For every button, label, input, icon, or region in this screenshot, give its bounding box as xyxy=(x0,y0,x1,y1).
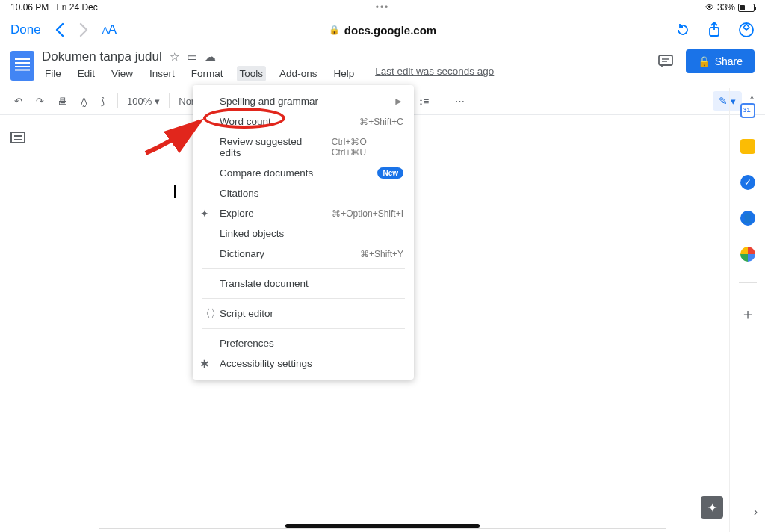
lock-icon: 🔒 xyxy=(329,25,340,35)
tools-review-suggested-edits[interactable]: Review suggested editsCtrl+⌘O Ctrl+⌘U xyxy=(193,132,414,163)
svg-rect-2 xyxy=(659,55,672,65)
safari-nav-bar: Done AA 🔒 docs.google.com xyxy=(0,15,765,45)
share-button-label: Share xyxy=(715,55,743,67)
ipad-home-indicator[interactable] xyxy=(285,524,480,528)
menu-bar: File Edit View Insert Format Tools Add-o… xyxy=(42,66,494,81)
accessibility-icon: ✱ xyxy=(200,358,209,370)
menu-tools[interactable]: Tools xyxy=(237,66,267,81)
calendar-addon-icon[interactable] xyxy=(740,103,755,118)
open-comments-icon[interactable] xyxy=(657,53,674,69)
text-size-button[interactable]: AA xyxy=(102,22,117,37)
undo-icon[interactable]: ↶ xyxy=(10,93,26,110)
share-icon[interactable] xyxy=(707,22,722,38)
move-icon[interactable]: ▭ xyxy=(187,50,197,64)
safari-tabs-icon[interactable] xyxy=(738,22,755,38)
nav-back-icon[interactable] xyxy=(55,22,65,37)
cloud-status-icon[interactable]: ☁ xyxy=(205,50,216,64)
tools-script-editor[interactable]: 〈〉 Script editor xyxy=(193,303,414,324)
redo-icon[interactable]: ↷ xyxy=(32,93,48,110)
url-host-label: docs.google.com xyxy=(344,24,436,37)
tools-accessibility-settings[interactable]: ✱ Accessibility settings xyxy=(193,353,414,374)
menu-edit[interactable]: Edit xyxy=(75,66,98,81)
document-outline-icon[interactable] xyxy=(10,132,25,143)
tools-spelling-grammar[interactable]: Spelling and grammar► xyxy=(193,91,414,111)
reload-icon[interactable] xyxy=(675,22,690,37)
pencil-icon: ✎ xyxy=(719,95,728,107)
privacy-eye-icon: 👁 xyxy=(705,2,714,13)
submenu-arrow-icon: ► xyxy=(394,96,403,107)
paint-format-icon[interactable]: ⟆ xyxy=(97,93,108,110)
contacts-addon-icon[interactable]: 👤 xyxy=(740,211,755,226)
tools-linked-objects[interactable]: Linked objects xyxy=(193,223,414,244)
status-date: Fri 24 Dec xyxy=(56,2,97,13)
status-time: 10.06 PM xyxy=(10,2,49,13)
dropdown-divider xyxy=(202,268,405,269)
lock-icon: 🔒 xyxy=(698,55,710,67)
dropdown-divider xyxy=(202,328,405,329)
spellcheck-icon[interactable]: A̰ xyxy=(77,93,91,110)
star-icon[interactable]: ☆ xyxy=(170,50,179,64)
docs-header: Dokumen tanpa judul ☆ ▭ ☁ File Edit View… xyxy=(0,45,765,87)
share-button[interactable]: 🔒 Share xyxy=(686,49,755,73)
tools-translate-document[interactable]: Translate document xyxy=(193,273,414,294)
menu-addons[interactable]: Add-ons xyxy=(276,66,320,81)
get-addons-icon[interactable]: ＋ xyxy=(740,304,755,324)
ipad-status-bar: 10.06 PM Fri 24 Dec ••• 👁 33% xyxy=(0,0,765,15)
docs-logo-icon[interactable] xyxy=(10,51,34,81)
tasks-addon-icon[interactable]: ✓ xyxy=(740,175,755,190)
tools-word-count[interactable]: Word count⌘+Shift+C xyxy=(193,111,414,132)
text-cursor xyxy=(174,185,176,198)
print-icon[interactable]: 🖶 xyxy=(54,93,71,110)
line-spacing-icon[interactable]: ↕≡ xyxy=(415,93,433,110)
dropdown-divider xyxy=(202,298,405,299)
tools-dropdown: Spelling and grammar► Word count⌘+Shift+… xyxy=(193,85,414,380)
sidepanel-divider xyxy=(739,282,757,283)
multitask-dots-icon[interactable]: ••• xyxy=(376,2,390,13)
url-host[interactable]: 🔒 docs.google.com xyxy=(329,24,436,37)
hide-sidepanel-icon[interactable]: › xyxy=(754,505,758,519)
keep-addon-icon[interactable] xyxy=(740,139,755,154)
script-editor-icon: 〈〉 xyxy=(200,307,221,321)
new-badge: New xyxy=(377,167,403,179)
tools-explore[interactable]: ✦ Explore⌘+Option+Shift+I xyxy=(193,203,414,223)
menu-format[interactable]: Format xyxy=(188,66,226,81)
last-edit-link[interactable]: Last edit was seconds ago xyxy=(375,66,494,81)
menu-insert[interactable]: Insert xyxy=(146,66,178,81)
explore-fab-button[interactable]: ✦ xyxy=(701,496,723,519)
tools-citations[interactable]: Citations xyxy=(193,183,414,203)
explore-icon: ✦ xyxy=(200,208,209,220)
document-title[interactable]: Dokumen tanpa judul xyxy=(42,49,162,64)
zoom-dropdown[interactable]: 100%▾ xyxy=(127,96,160,107)
battery-icon xyxy=(738,4,755,12)
tools-preferences[interactable]: Preferences xyxy=(193,333,414,353)
maps-addon-icon[interactable] xyxy=(740,247,755,262)
more-tools-icon[interactable]: ⋯ xyxy=(451,93,468,110)
tools-compare-documents[interactable]: Compare documentsNew xyxy=(193,163,414,183)
menu-view[interactable]: View xyxy=(108,66,136,81)
menu-file[interactable]: File xyxy=(42,66,64,81)
side-panel: ✓ 👤 ＋ xyxy=(729,88,765,532)
battery-percent: 33% xyxy=(717,2,735,13)
nav-forward-icon xyxy=(78,22,89,37)
menu-help[interactable]: Help xyxy=(330,66,357,81)
tools-dictionary[interactable]: Dictionary⌘+Shift+Y xyxy=(193,244,414,264)
safari-done-button[interactable]: Done xyxy=(10,22,41,37)
